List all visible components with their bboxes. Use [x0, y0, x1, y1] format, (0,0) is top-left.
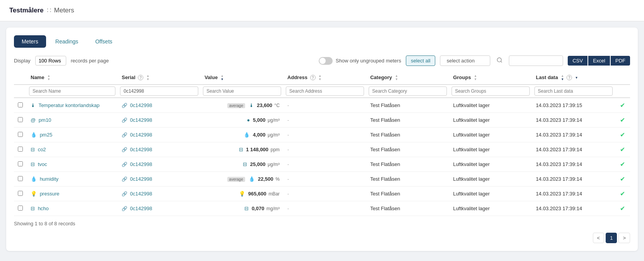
- row-serial: 🔗 0c142998: [118, 142, 201, 157]
- serial-link[interactable]: 0c142998: [130, 161, 152, 167]
- meter-name-link[interactable]: humidity: [40, 176, 58, 182]
- value-type-icon: ⊟: [244, 206, 249, 211]
- row-checkbox[interactable]: [18, 176, 23, 181]
- tab-bar: Meters Readings Offsets: [14, 35, 630, 48]
- table-row: 💧 humidity 🔗 0c142998 average 💧 22,500 %…: [14, 172, 630, 187]
- filter-serial-input[interactable]: [120, 86, 198, 96]
- row-category: Test Flatåsen: [366, 172, 449, 187]
- row-last-data: 14.03.2023 17:39:14: [532, 113, 615, 128]
- filter-last-data-input[interactable]: [534, 86, 613, 96]
- serial-link[interactable]: 0c142998: [130, 117, 152, 123]
- search-icon-button[interactable]: [495, 55, 504, 66]
- sort-groups[interactable]: ▲▼: [474, 74, 477, 81]
- filter-category-cell: [366, 85, 449, 98]
- filter-groups-input[interactable]: [452, 86, 530, 96]
- sort-name[interactable]: ▲▼: [47, 74, 50, 81]
- value-type-icon: ⊟: [239, 147, 243, 152]
- meter-name-link[interactable]: pressure: [40, 191, 60, 197]
- row-checkbox[interactable]: [18, 161, 23, 166]
- pagination-prev[interactable]: <: [593, 233, 605, 243]
- meter-name-link[interactable]: pm10: [39, 117, 52, 123]
- serial-link[interactable]: 0c142998: [130, 191, 152, 197]
- value-unit: μg/m³: [268, 118, 280, 123]
- select-action-button[interactable]: select action: [440, 55, 490, 66]
- average-badge: average: [227, 103, 245, 108]
- table-row: @ pm10 🔗 0c142998 ● 5,000 μg/m³ - Test F…: [14, 113, 630, 128]
- export-excel-button[interactable]: Excel: [588, 56, 610, 66]
- row-checkbox[interactable]: [18, 117, 23, 122]
- value-unit: °C: [275, 103, 280, 108]
- row-address: -: [283, 113, 366, 128]
- row-groups: Luftkvalitet lager: [449, 113, 532, 128]
- serial-link[interactable]: 0c142998: [130, 147, 152, 152]
- filter-value-input[interactable]: [203, 86, 281, 96]
- address-info-icon[interactable]: ?: [310, 75, 316, 80]
- export-csv-button[interactable]: CSV: [568, 56, 587, 66]
- row-checkbox[interactable]: [18, 206, 23, 211]
- row-checkbox[interactable]: [18, 191, 23, 196]
- value-type-icon: 💡: [239, 191, 245, 197]
- tab-readings[interactable]: Readings: [48, 35, 86, 48]
- pagination-next[interactable]: >: [618, 233, 630, 243]
- ungrouped-toggle[interactable]: [319, 57, 333, 65]
- global-search-input[interactable]: [509, 55, 563, 66]
- meter-name-link[interactable]: tvoc: [38, 161, 47, 167]
- average-badge: average: [227, 177, 245, 182]
- row-address: -: [283, 128, 366, 142]
- serial-info-icon[interactable]: ?: [138, 75, 143, 80]
- meter-name-link[interactable]: co2: [38, 147, 46, 152]
- svg-point-0: [497, 58, 501, 62]
- row-status: ✔: [615, 98, 630, 113]
- filter-groups-cell: [449, 85, 532, 98]
- row-checkbox[interactable]: [18, 147, 23, 152]
- last-data-info-icon[interactable]: ?: [567, 75, 572, 80]
- row-last-data: 14.03.2023 17:39:15: [532, 98, 615, 113]
- row-category: Test Flatåsen: [366, 142, 449, 157]
- sort-address[interactable]: ▲▼: [318, 74, 321, 81]
- sort-serial[interactable]: ▲▼: [146, 74, 149, 81]
- sort-value[interactable]: ▲▼: [221, 74, 224, 81]
- col-header-address: Address ? ▲▼: [283, 71, 366, 85]
- link-icon: 🔗: [122, 132, 127, 138]
- serial-link[interactable]: 0c142998: [130, 176, 152, 182]
- serial-link[interactable]: 0c142998: [130, 132, 152, 138]
- row-name: 💡 pressure: [27, 187, 118, 201]
- link-icon: 🔗: [122, 176, 127, 182]
- meter-name-link[interactable]: Temperatur kontorlandskap: [38, 102, 100, 108]
- row-last-data: 14.03.2023 17:39:14: [532, 128, 615, 142]
- rows-input[interactable]: [35, 56, 66, 66]
- row-serial: 🔗 0c142998: [118, 172, 201, 187]
- col-header-category: Category ▲▼: [366, 71, 449, 85]
- export-pdf-button[interactable]: PDF: [611, 56, 630, 66]
- tab-offsets[interactable]: Offsets: [88, 35, 120, 48]
- serial-link[interactable]: 0c142998: [130, 206, 152, 211]
- row-value: 💡 965,600 mBar: [201, 187, 283, 201]
- row-value: ⊟ 25,000 μg/m³: [201, 157, 283, 172]
- meter-name-link[interactable]: hcho: [38, 206, 49, 211]
- meter-name-link[interactable]: pm25: [40, 132, 53, 138]
- filter-address-input[interactable]: [286, 86, 364, 96]
- toolbar: Display records per page Show only ungro…: [14, 55, 630, 66]
- row-checkbox-cell: [14, 142, 27, 157]
- row-status: ✔: [615, 113, 630, 128]
- sort-last-data-2[interactable]: ▼: [575, 76, 578, 80]
- select-all-button[interactable]: select all: [406, 55, 436, 66]
- meter-type-icon: 💧: [31, 176, 37, 182]
- serial-link[interactable]: 0c142998: [130, 102, 152, 108]
- row-address: -: [283, 172, 366, 187]
- meter-type-icon: 🌡: [31, 102, 36, 108]
- toggle-knob: [319, 58, 326, 64]
- sort-category[interactable]: ▲▼: [395, 74, 398, 81]
- sort-last-data[interactable]: ▲▼: [561, 74, 564, 81]
- filter-name-input[interactable]: [29, 86, 115, 96]
- row-value: ⊟ 1 148,000 ppm: [201, 142, 283, 157]
- tab-meters[interactable]: Meters: [14, 35, 46, 48]
- pagination-page-1[interactable]: 1: [606, 233, 617, 243]
- value-number: 1 148,000: [246, 147, 268, 152]
- status-ok-icon: ✔: [620, 205, 625, 212]
- filter-category-input[interactable]: [369, 86, 447, 96]
- row-checkbox[interactable]: [18, 132, 23, 137]
- row-checkbox-cell: [14, 157, 27, 172]
- row-checkbox[interactable]: [18, 102, 23, 107]
- row-value: ⊟ 0,070 mg/m³: [201, 201, 283, 216]
